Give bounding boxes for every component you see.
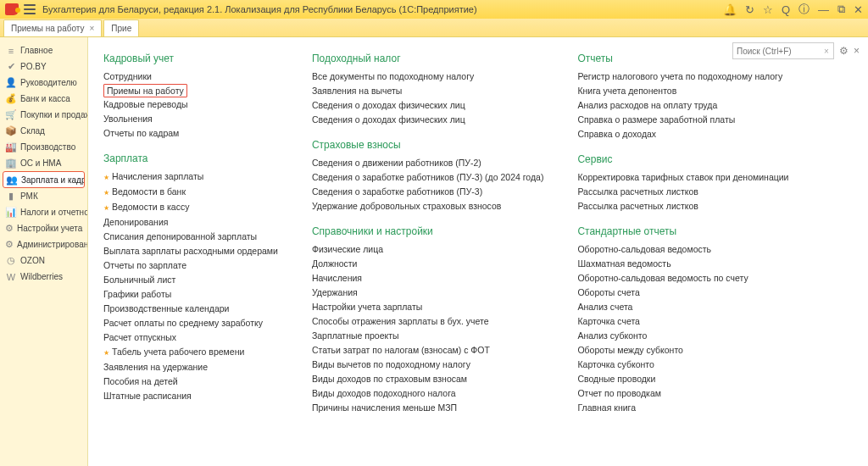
sidebar-item[interactable]: 🏭Производство xyxy=(0,139,87,155)
menu-link[interactable]: Карточка счета xyxy=(577,314,788,329)
restore-icon[interactable]: ⧉ xyxy=(837,3,845,16)
menu-link[interactable]: Расчет оплаты по среднему заработку xyxy=(103,316,278,330)
menu-link[interactable]: Регистр налогового учета по подоходному … xyxy=(577,69,788,84)
menu-link[interactable]: Удержания xyxy=(312,286,544,300)
info-icon[interactable]: ⓘ xyxy=(798,2,810,17)
menu-link[interactable]: Виды вычетов по подоходному налогу xyxy=(312,358,544,372)
menu-link[interactable]: Карточка субконто xyxy=(577,358,788,372)
sidebar-item[interactable]: 👥Зарплата и кадры xyxy=(3,171,85,188)
menu-link[interactable]: Увольнения xyxy=(103,112,278,126)
menu-link[interactable]: Отчеты по зарплате xyxy=(103,258,278,273)
search-q-icon[interactable]: Q xyxy=(782,3,790,16)
menu-link[interactable]: Ведомости в банк xyxy=(103,185,278,200)
close-panel-icon[interactable]: × xyxy=(854,45,860,57)
sidebar-item-label: Банк и касса xyxy=(20,94,70,103)
menu-link[interactable]: Производственные календари xyxy=(103,302,278,316)
menu-link[interactable]: Корректировка тарифных ставок при деноми… xyxy=(577,170,788,185)
menu-link[interactable]: Статьи затрат по налогам (взносам) с ФОТ xyxy=(312,343,544,358)
menu-link[interactable]: Рассылка расчетных листков xyxy=(577,185,788,199)
menu-link[interactable]: Сведения о доходах физических лиц xyxy=(312,98,544,113)
menu-link[interactable]: Сводные проводки xyxy=(577,372,788,386)
menu-link[interactable]: Начисления зарплаты xyxy=(103,169,278,185)
column: Подоходный налогВсе документы по подоход… xyxy=(312,53,544,427)
menu-link[interactable]: Заявления на удержание xyxy=(103,360,278,374)
menu-link[interactable]: Оборотно-сальдовая ведомость по счету xyxy=(577,271,788,286)
menu-link[interactable]: Графики работы xyxy=(103,287,278,302)
menu-link[interactable]: Приемы на работу xyxy=(103,84,187,97)
tab[interactable]: Приемы на работу × xyxy=(3,19,102,36)
bell-icon[interactable]: 🔔 xyxy=(723,3,737,16)
menu-link[interactable]: Начисления xyxy=(312,271,544,286)
star-icon[interactable]: ☆ xyxy=(763,3,773,16)
sidebar-item[interactable]: ✔PO.BY xyxy=(0,58,87,75)
menu-link[interactable]: Рассылка расчетных листков xyxy=(577,199,788,214)
menu-link[interactable]: Справка о размере заработной платы xyxy=(577,113,788,127)
tab[interactable]: Прие xyxy=(103,19,139,36)
menu-link[interactable]: Шахматная ведомость xyxy=(577,257,788,271)
menu-link[interactable]: Анализ счета xyxy=(577,300,788,314)
menu-link[interactable]: Физические лица xyxy=(312,242,544,257)
menu-link[interactable]: Должности xyxy=(312,257,544,271)
menu-link[interactable]: Все документы по подоходному налогу xyxy=(312,69,544,84)
sidebar-item[interactable]: 📊Налоги и отчетность xyxy=(0,204,87,220)
clear-search-icon[interactable]: × xyxy=(824,47,829,56)
menu-link[interactable]: Обороты счета xyxy=(577,286,788,300)
minimize-icon[interactable]: — xyxy=(818,3,829,16)
settings-icon[interactable]: ⚙ xyxy=(839,45,849,57)
menu-icon[interactable] xyxy=(24,4,36,14)
menu-link[interactable]: Сотрудники xyxy=(103,69,278,84)
sidebar-item[interactable]: ▮РМК xyxy=(0,188,87,204)
menu-link[interactable]: Табель учета рабочего времени xyxy=(103,345,278,360)
close-window-icon[interactable]: ✕ xyxy=(854,3,863,16)
menu-link[interactable]: Главная книга xyxy=(577,401,788,415)
history-icon[interactable]: ↻ xyxy=(745,3,754,16)
menu-link[interactable]: Удержание добровольных страховых взносов xyxy=(312,199,544,214)
sidebar-item[interactable]: 📦Склад xyxy=(0,123,87,139)
sidebar-item[interactable]: ⚙Настройки учета xyxy=(0,220,87,236)
sidebar-item[interactable]: ⚙Администрирование xyxy=(0,236,87,252)
menu-link[interactable]: Заявления на вычеты xyxy=(312,84,544,98)
menu-link[interactable]: Кадровые переводы xyxy=(103,97,278,112)
sidebar-item[interactable]: 🛒Покупки и продажи xyxy=(0,107,87,123)
menu-link[interactable]: Штатные расписания xyxy=(103,389,278,403)
sidebar-item[interactable]: ≡Главное xyxy=(0,42,87,58)
menu-link[interactable]: Депонирования xyxy=(103,215,278,230)
menu-link[interactable]: Способы отражения зарплаты в бух. учете xyxy=(312,314,544,329)
close-tab-icon[interactable]: × xyxy=(89,24,94,33)
column: Кадровый учетСотрудникиПриемы на работуК… xyxy=(103,53,278,427)
menu-link[interactable]: Виды доходов подоходного налога xyxy=(312,386,544,401)
menu-link[interactable]: Настройки учета зарплаты xyxy=(312,300,544,314)
menu-link[interactable]: Расчет отпускных xyxy=(103,330,278,345)
menu-link[interactable]: Зарплатные проекты xyxy=(312,329,544,343)
menu-link[interactable]: Отчеты по кадрам xyxy=(103,126,278,141)
menu-link[interactable]: Отчет по проводкам xyxy=(577,386,788,401)
menu-link[interactable]: Анализ субконто xyxy=(577,329,788,343)
menu-link[interactable]: Выплата зарплаты расходными ордерами xyxy=(103,244,278,258)
section: Стандартные отчетыОборотно-сальдовая вед… xyxy=(577,225,788,415)
menu-link[interactable]: Виды доходов по страховым взносам xyxy=(312,372,544,386)
sidebar-item[interactable]: 💰Банк и касса xyxy=(0,91,87,107)
sidebar-item-icon: 👤 xyxy=(5,77,17,89)
menu-link[interactable]: Сведения о заработке работников (ПУ-3) xyxy=(312,185,544,199)
menu-link[interactable]: Причины начисления меньше МЗП xyxy=(312,401,544,415)
sidebar-item[interactable]: WWildberries xyxy=(0,269,87,285)
sidebar-item-icon: 👥 xyxy=(6,174,18,186)
search-input[interactable] xyxy=(732,42,834,59)
menu-link[interactable]: Книга учета депонентов xyxy=(577,84,788,98)
menu-link[interactable]: Больничный лист xyxy=(103,273,278,287)
menu-link[interactable]: Ведомости в кассу xyxy=(103,200,278,215)
menu-link[interactable]: Обороты между субконто xyxy=(577,343,788,358)
menu-link[interactable]: Оборотно-сальдовая ведомость xyxy=(577,242,788,257)
menu-link[interactable]: Анализ расходов на оплату труда xyxy=(577,98,788,113)
menu-link[interactable]: Сведения о доходах физических лиц xyxy=(312,113,544,127)
menu-link[interactable]: Справка о доходах xyxy=(577,127,788,141)
sidebar-item[interactable]: 🏢ОС и НМА xyxy=(0,155,87,171)
sidebar-item[interactable]: ◷OZON xyxy=(0,252,87,269)
sidebar-item-icon: 🏭 xyxy=(5,141,17,153)
sidebar-item[interactable]: 👤Руководителю xyxy=(0,75,87,91)
menu-link[interactable]: Сведения о движении работников (ПУ-2) xyxy=(312,156,544,170)
menu-link[interactable]: Списания депонированной зарплаты xyxy=(103,230,278,244)
sidebar-item-icon: 🏢 xyxy=(5,158,17,169)
menu-link[interactable]: Сведения о заработке работников (ПУ-3) (… xyxy=(312,170,544,185)
menu-link[interactable]: Пособия на детей xyxy=(103,374,278,389)
